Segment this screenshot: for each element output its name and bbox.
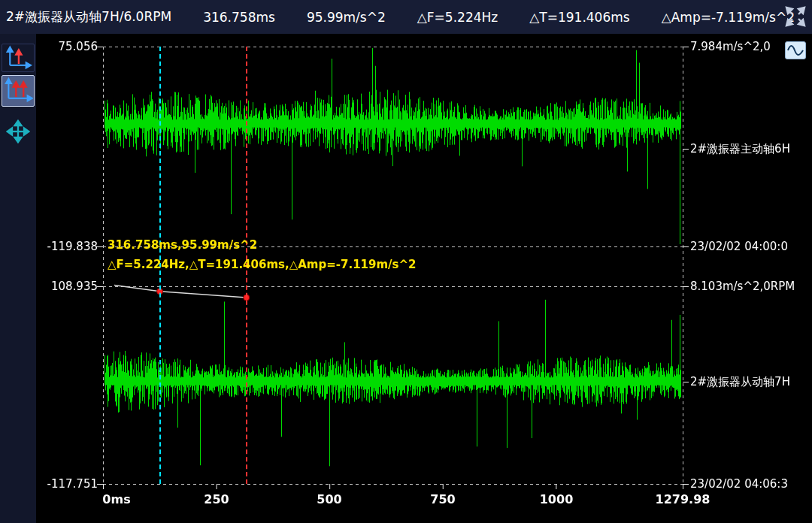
- x-tick-250: 250: [204, 492, 229, 506]
- panel1-ymin-label: -119.838: [36, 240, 98, 253]
- x-tick-end: 1279.98: [656, 492, 710, 506]
- x-tick-1000: 1000: [540, 492, 574, 506]
- x-tick-500: 500: [317, 492, 341, 506]
- pan-move-icon[interactable]: [5, 119, 32, 146]
- panel1-scale-label: 7.984m/s^2,0: [690, 40, 771, 53]
- panel2-scale-label: 8.103m/s^2,0RPM: [690, 280, 795, 293]
- panel1-timestamp-label: 23/02/02 04:00:0: [690, 240, 788, 253]
- panel2-ymax-label: 108.935: [36, 280, 98, 293]
- panel2-timestamp-label: 23/02/02 04:06:3: [690, 477, 788, 491]
- single-waveform-view-button[interactable]: [2, 44, 35, 72]
- top-status-bar: 2#激振器从动轴7H/6.0RPM 316.758ms 95.99m/s^2 △…: [0, 0, 812, 34]
- delta-t-readout: △T=191.406ms: [529, 10, 629, 25]
- delta-amp-readout: △Amp=-7.119m/s^2: [662, 10, 795, 25]
- panel1-channel-label: 2#激振器主动轴6H: [690, 142, 790, 156]
- cursor-amp-readout: 95.99m/s^2: [307, 10, 386, 25]
- cursor-time-readout: 316.758ms: [203, 10, 275, 25]
- cursor-annotation-line1: 316.758ms,95.99m/s^2: [108, 238, 257, 252]
- delta-f-readout: △F=5.224Hz: [417, 10, 498, 25]
- panel1-ymax-label: 75.056: [36, 40, 98, 53]
- channel-title: 2#激振器从动轴7H/6.0RPM: [6, 8, 171, 26]
- cursor-annotation-line2: △F=5.224Hz,△T=191.406ms,△Amp=-7.119m/s^2: [108, 258, 417, 271]
- x-tick-750: 750: [430, 492, 455, 506]
- left-toolbar: [0, 34, 36, 523]
- waveform-type-icon[interactable]: [785, 41, 806, 59]
- panel2-ymin-label: -117.751: [36, 477, 98, 491]
- fullscreen-expand-icon[interactable]: [783, 6, 807, 29]
- panel2-channel-label: 2#激振器从动轴7H: [690, 375, 790, 388]
- x-tick-0: 0ms: [102, 492, 130, 506]
- dual-waveform-view-button[interactable]: [2, 75, 35, 107]
